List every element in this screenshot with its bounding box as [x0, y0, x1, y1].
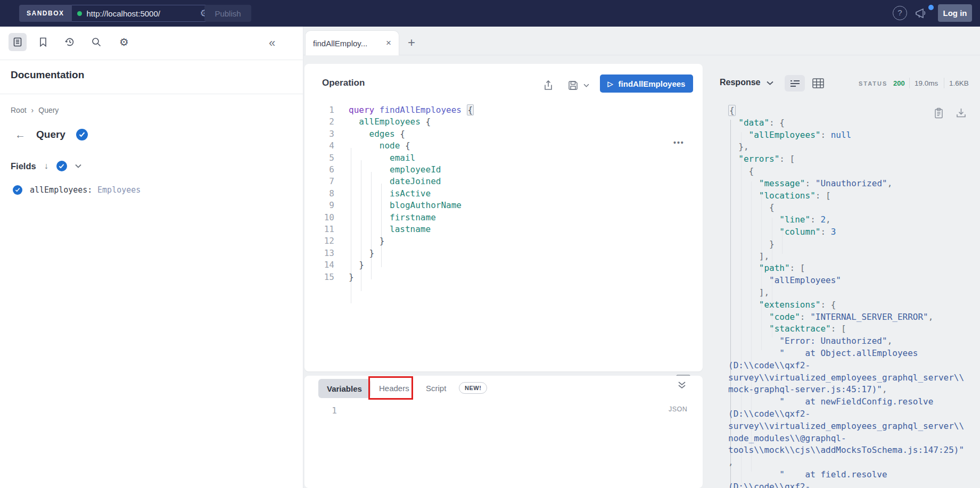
endpoint-url-input[interactable]: http://localhost:5000/: [87, 9, 195, 18]
editor-menu-icon[interactable]: •••: [673, 138, 685, 147]
response-json-line: },: [728, 141, 969, 153]
notification-dot: [928, 5, 934, 10]
editor-line: lastname: [349, 224, 474, 235]
response-json-line: "code": "INTERNAL_SERVER_ERROR",: [728, 311, 969, 324]
response-json-line: "extensions": {: [728, 299, 969, 311]
response-table-view-toggle[interactable]: [812, 78, 824, 88]
check-icon: [79, 132, 85, 137]
bottom-panel: Variables Headers Script NEW! 1 JSON: [304, 376, 703, 488]
response-json-line: "locations": [: [728, 190, 969, 202]
add-tab-icon[interactable]: +: [408, 35, 415, 50]
field-name[interactable]: allEmployees:: [30, 185, 92, 195]
operation-tab[interactable]: findAllEmploy... ×: [305, 30, 399, 55]
response-json-line: }: [728, 238, 969, 251]
response-json-line: "errors": [: [728, 153, 969, 166]
documentation-title: Documentation: [11, 69, 84, 81]
sandbox-badge: SANDBOX: [19, 5, 72, 22]
response-tree-view-toggle[interactable]: [785, 75, 805, 92]
fields-select-all-checkbox[interactable]: [56, 161, 67, 171]
editor-line: node {: [349, 140, 474, 152]
editor-line: }: [349, 247, 474, 259]
search-sidebar-icon[interactable]: [87, 33, 105, 51]
response-json-line: "path": [: [728, 262, 969, 275]
bookmark-icon: [38, 37, 48, 47]
collapse-panel-icon[interactable]: [677, 381, 687, 390]
field-selected-checkbox[interactable]: [13, 185, 22, 195]
topbar: SANDBOX http://localhost:5000/ ⚙ Publish…: [0, 0, 980, 27]
settings-sidebar-icon[interactable]: ⚙: [115, 33, 133, 51]
share-icon[interactable]: [543, 80, 554, 91]
response-json-line: " at field.resolve (D:\\code\\qxf2-surve…: [728, 469, 969, 488]
gear-icon: ⚙: [119, 36, 129, 48]
graphql-editor[interactable]: 123456789101112131415 query findAllEmplo…: [304, 96, 703, 371]
field-row-allEmployees[interactable]: allEmployees: Employees: [13, 185, 141, 195]
response-dropdown-chevron-icon[interactable]: [767, 81, 773, 85]
variables-mode-label: JSON: [669, 406, 687, 413]
editor-line: allEmployees {: [349, 116, 474, 128]
editor-line: edges {: [349, 128, 474, 140]
response-json-line: "allEmployees": null: [728, 129, 969, 142]
document-icon: [12, 37, 23, 47]
response-json-line: " at Object.allEmployees (D:\\code\\qxf2…: [728, 348, 969, 396]
history-clock-icon: [64, 37, 75, 47]
type-selected-checkbox[interactable]: [76, 129, 88, 140]
editor-line: }: [349, 235, 474, 247]
operation-title: Operation: [322, 78, 365, 88]
response-json-line: {: [728, 166, 969, 178]
editor-line: employeeId: [349, 164, 474, 176]
editor-line: email: [349, 152, 474, 164]
save-icon[interactable]: [567, 80, 579, 91]
bookmarks-sidebar-icon[interactable]: [34, 33, 52, 51]
divider: [0, 60, 303, 60]
run-operation-label: findAllEmployees: [619, 79, 686, 88]
response-json-line: "stacktrace": [: [728, 323, 969, 335]
chevron-down-icon[interactable]: [75, 164, 81, 168]
editor-line: }: [349, 271, 474, 283]
status-code: 200: [893, 79, 905, 87]
response-json: { "data": { "allEmployees": null }, "err…: [728, 105, 969, 488]
response-json-line: "message": "Unauthorized",: [728, 178, 969, 190]
check-icon: [59, 164, 64, 169]
endpoint-url-box[interactable]: http://localhost:5000/ ⚙: [72, 5, 215, 22]
response-json-line: ],: [728, 287, 969, 299]
editor-line: blogAuthorName: [349, 200, 474, 211]
endpoint-group: SANDBOX http://localhost:5000/ ⚙: [19, 5, 215, 22]
fields-label: Fields: [11, 161, 36, 171]
editor-line-numbers: 123456789101112131415: [315, 104, 334, 283]
close-tab-icon[interactable]: ×: [386, 38, 391, 48]
history-sidebar-icon[interactable]: [61, 33, 79, 51]
field-type[interactable]: Employees: [97, 185, 141, 195]
response-json-line: "data": {: [728, 117, 969, 129]
docs-sidebar-icon[interactable]: [9, 33, 27, 51]
breadcrumb: Root › Query: [11, 106, 59, 114]
breadcrumb-current[interactable]: Query: [38, 106, 59, 114]
operation-tab-label[interactable]: findAllEmploy...: [313, 39, 381, 48]
table-view-icon: [812, 78, 824, 88]
response-json-line: {: [728, 202, 969, 214]
announcements-icon[interactable]: [915, 7, 928, 20]
tab-variables[interactable]: Variables: [318, 379, 370, 398]
help-icon[interactable]: ?: [893, 6, 907, 20]
play-icon: ▷: [608, 80, 613, 88]
check-icon: [15, 188, 20, 192]
sort-down-icon[interactable]: ↓: [44, 161, 48, 171]
login-button[interactable]: Log in: [938, 4, 972, 22]
response-json-line: {: [728, 105, 969, 117]
tab-headers[interactable]: Headers: [379, 384, 409, 393]
run-operation-button[interactable]: ▷ findAllEmployees: [600, 75, 693, 93]
search-icon: [91, 37, 102, 47]
tree-view-icon: [790, 79, 800, 88]
back-arrow-icon[interactable]: ←: [15, 129, 26, 140]
status-label: STATUS: [859, 80, 887, 87]
collapse-docs-icon[interactable]: «: [269, 37, 275, 49]
response-size: 1.6KB: [949, 79, 969, 87]
save-options-chevron-icon[interactable]: [583, 84, 589, 87]
response-json-line: " at newFieldConfig.resolve (D:\\code\\q…: [728, 396, 969, 469]
type-heading: Query: [36, 129, 65, 140]
divider: [0, 94, 303, 94]
publish-button[interactable]: Publish: [204, 5, 251, 22]
breadcrumb-root[interactable]: Root: [11, 106, 27, 114]
tab-script[interactable]: Script: [426, 384, 446, 393]
variables-line-number: 1: [318, 406, 337, 416]
editor-line: }: [349, 259, 474, 271]
